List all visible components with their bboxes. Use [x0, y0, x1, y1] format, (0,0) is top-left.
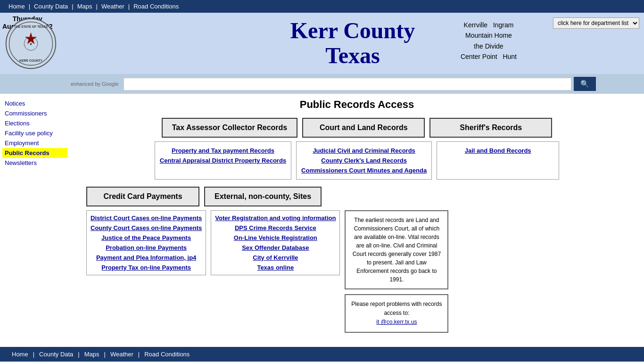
- link-property-tax[interactable]: Property and Tax payment Records: [160, 146, 286, 156]
- footer-nav-county[interactable]: County Data: [34, 350, 78, 359]
- tax-sub-box: Property and Tax payment Records Central…: [155, 141, 291, 180]
- link-kerrville[interactable]: City of Kerrville: [215, 253, 336, 263]
- svg-text:KERR COUNTY: KERR COUNTY: [19, 58, 42, 62]
- search-bar: enhanced by Google 🔍: [0, 74, 644, 94]
- top-navigation: Home | County Data | Maps | Weather | Ro…: [0, 0, 644, 13]
- dept-dropdown-container: click here for department list: [553, 17, 639, 29]
- dept-dropdown[interactable]: click here for department list: [553, 17, 639, 29]
- credit-links-box: District Court Cases on-line Payments Co…: [86, 210, 206, 275]
- footer-navigation: Home | County Data | Maps | Weather | Ro…: [0, 347, 644, 362]
- link-plea-info[interactable]: Payment and Plea Information, jp4: [91, 253, 202, 263]
- link-probation[interactable]: Probation on-line Payments: [91, 243, 202, 253]
- seal-svg: THE STATE OF TEXAS KERR COUNTY ★: [4, 16, 58, 71]
- court-sub-box: Judicial Civil and Criminal Records Coun…: [296, 141, 432, 180]
- link-property-tax-online[interactable]: Property Tax on-line Payments: [91, 263, 202, 272]
- category-top-row: Tax Assessor Collector Records Court and…: [77, 118, 637, 138]
- link-texas-online[interactable]: Texas online: [215, 263, 336, 272]
- sidebar-item-commissioners[interactable]: Commissioners: [2, 108, 67, 118]
- credit-card-header[interactable]: Credit Card Payments: [86, 187, 199, 206]
- main-wrapper: Notices Commissioners Elections Facility…: [0, 94, 644, 337]
- page-title: Public Records Access: [77, 99, 637, 111]
- nav-maps[interactable]: Maps: [74, 2, 96, 11]
- sidebar-item-public-records[interactable]: Public Records: [2, 148, 67, 158]
- external-sites-header[interactable]: External, non-county, Sites: [204, 187, 322, 206]
- link-vehicle-reg[interactable]: On-Line Vehicle Registration: [215, 233, 336, 243]
- svg-text:THE STATE OF TEXAS: THE STATE OF TEXAS: [14, 25, 48, 28]
- cities-list: Kerrville Ingram Mountain Home the Divid…: [461, 20, 517, 62]
- footer-nav-weather[interactable]: Weather: [106, 350, 138, 359]
- footer-nav-home[interactable]: Home: [7, 350, 33, 359]
- link-jail-bond[interactable]: Jail and Bond Records: [442, 146, 554, 156]
- link-jp-payments[interactable]: Justice of the Peace Payments: [91, 233, 202, 243]
- sidebar-item-elections[interactable]: Elections: [2, 118, 67, 128]
- report-box: Please report problems with records acce…: [345, 294, 448, 333]
- sidebar: Notices Commissioners Elections Facility…: [0, 94, 70, 337]
- nav-county-data[interactable]: County Data: [30, 2, 72, 11]
- search-button[interactable]: 🔍: [574, 77, 596, 91]
- link-voter-reg[interactable]: Voter Registration and voting informatio…: [215, 213, 336, 223]
- info-box: The earliest records are Land and Commis…: [345, 210, 448, 289]
- link-judicial[interactable]: Judicial Civil and Criminal Records: [301, 146, 427, 156]
- search-label: enhanced by Google: [71, 81, 119, 87]
- cat-sheriff[interactable]: Sheriff's Records: [429, 118, 552, 138]
- footer-nav-maps[interactable]: Maps: [80, 350, 104, 359]
- sidebar-item-newsletters[interactable]: Newsletters: [2, 158, 67, 168]
- nav-home[interactable]: Home: [5, 2, 29, 11]
- link-sex-offender[interactable]: Sex Offender Database: [215, 243, 336, 253]
- link-dps-crime[interactable]: DPS Crime Records Service: [215, 223, 336, 233]
- county-seal: THE STATE OF TEXAS KERR COUNTY ★: [0, 13, 61, 74]
- external-links-box: Voter Registration and voting informatio…: [211, 210, 340, 275]
- content-area: Public Records Access Tax Assessor Colle…: [70, 94, 644, 337]
- sheriff-sub-box: Jail and Bond Records: [437, 141, 559, 180]
- sidebar-item-facility[interactable]: Facility use policy: [2, 128, 67, 138]
- cat-tax-assessor[interactable]: Tax Assessor Collector Records: [162, 118, 298, 138]
- payments-detail-row: District Court Cases on-line Payments Co…: [77, 210, 637, 333]
- link-commissioners-court[interactable]: Commissioners Court Minutes and Agenda: [301, 165, 427, 175]
- link-central-appraisal[interactable]: Central Appraisal District Property Reco…: [160, 156, 286, 165]
- link-county-court[interactable]: County Court Cases on-line Payments: [91, 223, 202, 233]
- sub-links-row: Property and Tax payment Records Central…: [77, 141, 637, 180]
- link-district-court[interactable]: District Court Cases on-line Payments: [91, 213, 202, 223]
- nav-weather[interactable]: Weather: [98, 2, 128, 11]
- link-county-clerk[interactable]: County Clerk's Land Records: [301, 156, 427, 165]
- search-input[interactable]: [124, 78, 571, 90]
- footer-nav-road[interactable]: Road Conditions: [140, 350, 194, 359]
- sidebar-item-notices[interactable]: Notices: [2, 99, 67, 108]
- svg-text:★: ★: [29, 42, 33, 46]
- header: Thursday August 11, 2022 THE STATE OF TE…: [0, 13, 644, 74]
- nav-road-conditions[interactable]: Road Conditions: [130, 2, 182, 11]
- report-email[interactable]: it @co.kerr.tx.us: [376, 319, 417, 325]
- sidebar-item-employment[interactable]: Employment: [2, 138, 67, 148]
- cat-court-land[interactable]: Court and Land Records: [302, 118, 425, 138]
- payments-header-row: Credit Card Payments External, non-count…: [77, 187, 637, 206]
